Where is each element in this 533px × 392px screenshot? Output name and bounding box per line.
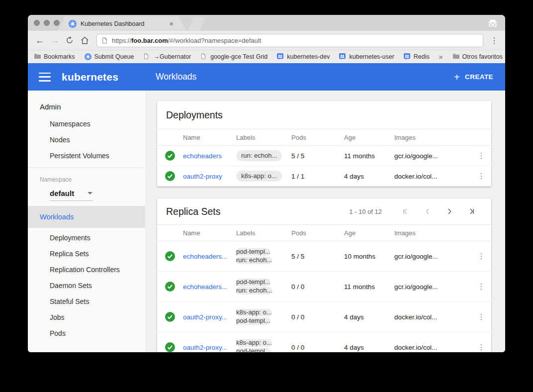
page-icon: [200, 53, 207, 60]
status-ok-icon: [165, 342, 175, 352]
deployments-card-title: Deployments: [166, 109, 223, 121]
bookmarks-overflow-chevron[interactable]: »: [439, 53, 443, 61]
maximize-window-button[interactable]: [54, 20, 60, 26]
page-icon: [101, 37, 108, 44]
bookmark-submit-queue[interactable]: Submit Queue: [85, 53, 134, 60]
label-chip: k8s-app: o...: [236, 309, 272, 316]
age-cell: 4 days: [344, 166, 394, 187]
replica-sets-card: Replica Sets 1 - 10 of 12 Name Labels: [157, 198, 491, 352]
label-chip: pod-templ...: [236, 348, 270, 352]
row-menu-icon[interactable]: ⋮: [478, 343, 485, 351]
table-row: echoheaders... pod-templ...run: echoh...…: [157, 241, 491, 272]
table-row: oauth2-proxy k8s-app: o... 1 / 1 4 days …: [157, 166, 491, 187]
home-icon[interactable]: [78, 33, 91, 47]
browser-toolbar: ← → https://foo.bar.com/#/workload?names…: [28, 31, 505, 50]
incognito-icon: [487, 19, 498, 29]
previous-page-icon[interactable]: [417, 205, 439, 217]
browser-menu-icon[interactable]: ⋮: [488, 36, 500, 45]
sidebar-item-pods[interactable]: Pods: [28, 325, 145, 341]
column-header-name: Name: [183, 225, 236, 241]
bookmark-folder[interactable]: Bookmarks: [34, 53, 75, 60]
row-menu-icon[interactable]: ⋮: [478, 151, 485, 160]
column-header-name: Name: [183, 129, 236, 146]
table-row: oauth2-proxy... k8s-app: o...pod-templ..…: [157, 332, 491, 353]
column-header-pods: Pods: [291, 129, 344, 146]
namespace-select[interactable]: default: [50, 189, 92, 201]
folder-icon: [452, 53, 459, 60]
reload-icon[interactable]: [63, 33, 77, 47]
last-page-icon[interactable]: [460, 205, 482, 217]
row-menu-icon[interactable]: ⋮: [478, 312, 485, 321]
bookmark-kubernetes-user[interactable]: kubernetes-user: [339, 53, 394, 60]
sidebar-item-replica-sets[interactable]: Replica Sets: [28, 246, 145, 262]
deployments-header-row: Name Labels Pods Age Images: [157, 129, 491, 146]
status-ok-icon: [165, 151, 175, 161]
sidebar-item-admin[interactable]: Admin: [28, 98, 145, 116]
resource-link[interactable]: echoheaders...: [183, 283, 227, 291]
sidebar-item-nodes[interactable]: Nodes: [28, 132, 145, 148]
browser-tab[interactable]: Kubernetes Dashboard ×: [58, 16, 186, 31]
images-cell: gcr.io/google...: [394, 241, 471, 272]
sidebar-item-persistent-volumes[interactable]: Persistent Volumes: [28, 148, 145, 164]
row-menu-icon[interactable]: ⋮: [478, 252, 485, 260]
first-page-icon[interactable]: [395, 205, 417, 217]
bookmark-google-gce-test-grid[interactable]: google-gce Test Grid: [200, 53, 267, 60]
age-cell: 4 days: [344, 302, 394, 332]
label-chip: k8s-app: o...: [236, 171, 282, 182]
age-cell: 11 months: [344, 146, 394, 166]
sidebar-item-namespaces[interactable]: Namespaces: [28, 116, 145, 132]
replica-sets-card-title: Replica Sets: [166, 206, 220, 217]
column-header-labels: Labels: [236, 129, 291, 146]
create-button[interactable]: + CREATE: [454, 72, 493, 82]
url-text: https://foo.bar.com/#/workload?namespace…: [112, 37, 261, 44]
back-icon[interactable]: ←: [33, 33, 47, 47]
status-ok-icon: [165, 171, 175, 181]
age-cell: 10 months: [344, 241, 394, 272]
bookmark-gubernator[interactable]: →Gubernator: [143, 53, 191, 60]
pods-cell: 5 / 5: [291, 241, 344, 272]
tab-strip: Kubernetes Dashboard ×: [28, 15, 505, 31]
resource-link[interactable]: oauth2-proxy: [183, 173, 222, 180]
sidebar-item-replication-controllers[interactable]: Replication Controllers: [28, 262, 145, 278]
hamburger-menu-icon[interactable]: [39, 73, 51, 82]
pods-cell: 1 / 1: [291, 166, 344, 187]
pods-cell: 0 / 0: [291, 272, 344, 302]
table-row: oauth2-proxy... k8s-app: o...pod-templ..…: [157, 302, 491, 332]
resource-link[interactable]: echoheaders: [183, 152, 222, 160]
label-chip: pod-templ...: [236, 317, 270, 325]
close-window-button[interactable]: [34, 20, 40, 26]
page-icon: [143, 53, 150, 60]
groups-icon: [404, 53, 411, 60]
bookmark-kubernetes-dev[interactable]: kubernetes-dev: [277, 53, 330, 60]
minimize-window-button[interactable]: [44, 20, 50, 26]
replica-sets-header-row: Name Labels Pods Age Images: [157, 225, 491, 241]
row-menu-icon[interactable]: ⋮: [478, 172, 485, 180]
resource-link[interactable]: oauth2-proxy...: [183, 313, 227, 321]
column-header-labels: Labels: [236, 225, 291, 241]
sidebar-item-deployments[interactable]: Deployments: [28, 230, 145, 246]
browser-window: Kubernetes Dashboard × ← → https://foo.b…: [28, 15, 505, 352]
sidebar-item-daemon-sets[interactable]: Daemon Sets: [28, 278, 145, 294]
brand-logo: kubernetes: [62, 71, 118, 83]
tab-close-icon[interactable]: ×: [168, 19, 175, 28]
label-chip: run: echoh...: [236, 257, 272, 264]
new-tab-button[interactable]: [187, 17, 207, 31]
bookmark-redis[interactable]: Redis: [404, 53, 430, 60]
deployments-card: Deployments Name Labels Pods Age Images: [157, 101, 491, 187]
status-ok-icon: [165, 282, 175, 292]
next-page-icon[interactable]: [439, 205, 460, 217]
sidebar-item-jobs[interactable]: Jobs: [28, 309, 145, 325]
row-menu-icon[interactable]: ⋮: [478, 282, 485, 291]
resource-link[interactable]: oauth2-proxy...: [183, 344, 227, 351]
address-bar[interactable]: https://foo.bar.com/#/workload?namespace…: [96, 34, 483, 47]
forward-icon[interactable]: →: [48, 33, 62, 47]
pods-cell: 0 / 0: [291, 302, 344, 332]
pods-cell: 5 / 5: [291, 146, 344, 166]
status-ok-icon: [165, 251, 175, 261]
sidebar-item-stateful-sets[interactable]: Stateful Sets: [28, 294, 145, 309]
resource-link[interactable]: echoheaders...: [183, 253, 227, 260]
sidebar-item-workloads[interactable]: Workloads: [28, 206, 145, 228]
chevron-down-icon: [88, 192, 92, 195]
folder-icon: [34, 53, 41, 60]
bookmark-otros-favoritos[interactable]: Otros favoritos: [452, 53, 503, 60]
